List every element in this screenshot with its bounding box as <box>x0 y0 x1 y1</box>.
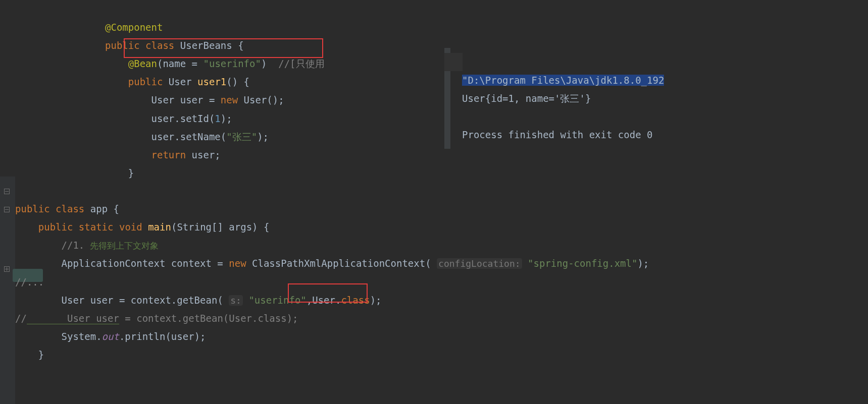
comment-step1: //1. <box>62 240 85 251</box>
var-context: context = <box>171 258 229 269</box>
comment-slash: // <box>15 313 27 324</box>
getbean-call: user = context.getBean( <box>90 295 229 306</box>
str-zhangsan: "张三" <box>226 131 257 142</box>
console-user-output: User{id=1, name='张三'} <box>462 93 591 104</box>
fold-minus-icon[interactable] <box>4 189 10 194</box>
println-call: .println(user); <box>119 331 206 342</box>
paren-close: ) <box>261 58 267 69</box>
kw-static: static <box>79 221 114 233</box>
method-sig: () { <box>226 76 249 87</box>
method-name: user1 <box>197 76 226 87</box>
bean-name-value: "userinfo" <box>203 58 261 69</box>
static-out: out <box>102 331 119 342</box>
code-block-app: public class app { public static void ma… <box>15 182 649 364</box>
kw-new: new <box>221 94 238 105</box>
class-name: app <box>90 203 108 214</box>
main-sig: (String[] args) { <box>171 221 269 233</box>
constructor-call: ClassPathXmlApplicationContext( <box>246 258 437 269</box>
kw-void: void <box>119 221 142 233</box>
console-text: "D:\Program Files\Java\jdk1.8.0_192 User… <box>462 53 664 144</box>
annotation-component: @Component <box>105 22 163 33</box>
highlight-box-userinfo <box>288 283 368 303</box>
param-hint-configlocation: configLocation: <box>437 258 522 269</box>
end: ); <box>257 131 269 142</box>
str-configxml: "spring-config.xml" <box>522 258 638 269</box>
code-block-userbeans: @Component public class UserBeans { @Bea… <box>105 0 325 182</box>
end: ); <box>370 295 382 306</box>
commented-out-code-2: = context.getBean(User.class); <box>119 313 298 324</box>
brace: { <box>114 203 119 214</box>
method-main: main <box>148 221 171 233</box>
console-output[interactable]: "D:\Program Files\Java\jdk1.8.0_192 User… <box>444 48 798 149</box>
comment-cn: 先得到上下文对象 <box>84 241 158 251</box>
kw-public: public <box>128 76 163 87</box>
kw-new: new <box>229 258 246 269</box>
ret-user: user; <box>186 149 221 160</box>
comment-partial: //[只使用 <box>278 58 324 69</box>
bean-name-param: name = <box>163 58 203 69</box>
param-hint-s: s: <box>229 295 243 306</box>
console-active-line <box>444 53 463 71</box>
return-type: User <box>169 76 192 87</box>
console-jdk-path: "D:\Program Files\Java\jdk1.8.0_192 <box>462 75 664 86</box>
gutter-bottom[interactable] <box>0 177 15 404</box>
type-user: User <box>62 295 90 306</box>
highlight-box-bean <box>124 38 323 58</box>
code-editor-top[interactable]: @Component public class UserBeans { @Bea… <box>100 0 388 187</box>
kw-public: public <box>38 221 73 233</box>
type-appcontext: ApplicationContext <box>62 258 171 269</box>
kw-class: class <box>56 203 84 214</box>
annotation-bean: @Bean <box>128 58 157 69</box>
code-editor-bottom[interactable]: public class app { public static void ma… <box>0 177 868 404</box>
console-exit-code: Process finished with exit code 0 <box>462 129 653 140</box>
type-user: User <box>151 94 175 105</box>
var-user: user = <box>180 94 221 105</box>
kw-return: return <box>151 149 186 160</box>
num-one: 1 <box>215 113 220 124</box>
brace-close: } <box>128 167 134 179</box>
comment-slash: // <box>15 276 27 287</box>
constructor-call: User(); <box>244 94 284 105</box>
fold-plus-icon[interactable] <box>4 266 10 272</box>
setname-call: user.setName( <box>151 131 227 142</box>
fold-minus-icon[interactable] <box>4 207 10 212</box>
paren-open: ( <box>157 58 163 69</box>
end: ); <box>637 258 649 269</box>
folded-ellipsis[interactable]: ... <box>27 276 44 287</box>
brace-close: } <box>38 349 44 360</box>
system: System. <box>62 331 102 342</box>
commented-out-code-1: User user <box>27 313 119 324</box>
kw-public: public <box>15 203 50 214</box>
end: ); <box>221 113 232 124</box>
setid-call: user.setId( <box>151 113 215 124</box>
